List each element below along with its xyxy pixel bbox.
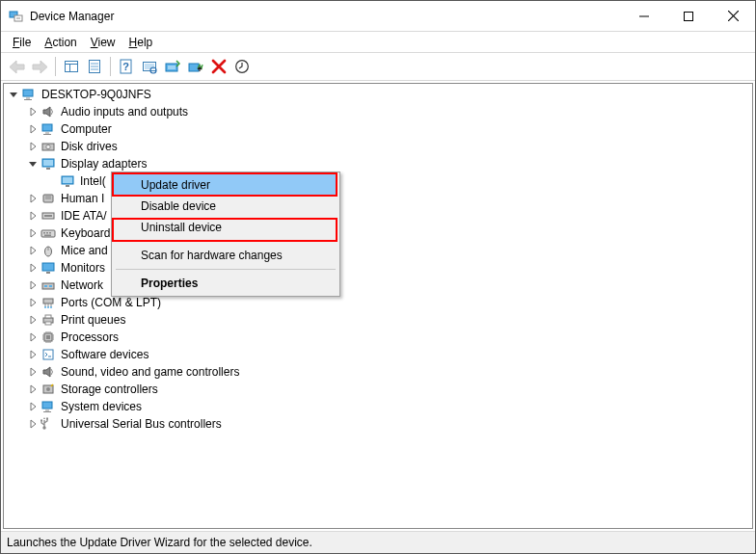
- svg-rect-44: [46, 232, 48, 234]
- tree-category-node[interactable]: Disk drives: [4, 138, 752, 155]
- svg-rect-51: [42, 283, 54, 289]
- minimize-button[interactable]: [622, 1, 666, 31]
- svg-rect-45: [49, 232, 51, 234]
- svg-rect-26: [42, 124, 52, 131]
- computer-icon: [40, 121, 56, 137]
- uninstall-device-button[interactable]: [207, 55, 230, 78]
- chevron-right-icon[interactable]: [25, 260, 40, 276]
- chevron-right-icon[interactable]: [25, 295, 40, 310]
- chevron-right-icon[interactable]: [25, 243, 40, 258]
- chevron-down-icon[interactable]: [25, 156, 40, 171]
- chevron-right-icon[interactable]: [25, 139, 40, 154]
- update-driver-button[interactable]: [161, 55, 184, 78]
- svg-rect-43: [43, 232, 45, 234]
- tree-category-node[interactable]: Audio inputs and outputs: [4, 103, 752, 120]
- chevron-right-icon[interactable]: [25, 399, 40, 414]
- menubar: File Action View Help: [1, 32, 755, 52]
- tree-category-node[interactable]: Print queues: [4, 311, 752, 329]
- chevron-right-icon[interactable]: [25, 208, 40, 224]
- tree-node-label: Disk drives: [59, 140, 120, 153]
- chevron-right-icon[interactable]: [25, 121, 40, 137]
- disk-icon: [40, 139, 56, 154]
- svg-rect-46: [44, 235, 51, 237]
- svg-rect-25: [24, 99, 32, 100]
- show-hide-tree-button[interactable]: [60, 55, 83, 78]
- statusbar-text: Launches the Update Driver Wizard for th…: [7, 536, 312, 549]
- menu-view[interactable]: View: [85, 35, 122, 50]
- app-icon: [9, 9, 24, 24]
- svg-rect-20: [168, 66, 176, 69]
- menu-action[interactable]: Action: [39, 35, 82, 50]
- svg-rect-33: [46, 168, 50, 170]
- svg-rect-50: [46, 272, 50, 274]
- tree-node-label: Human I: [59, 192, 106, 205]
- window-title: Device Manager: [30, 10, 622, 23]
- tree-category-node[interactable]: Storage controllers: [4, 381, 752, 398]
- chevron-right-icon[interactable]: [25, 330, 40, 345]
- tree-node-label: Display adapters: [59, 157, 148, 171]
- ctx-separator: [116, 241, 336, 242]
- chevron-right-icon[interactable]: [25, 364, 40, 380]
- chevron-right-icon[interactable]: [25, 382, 40, 397]
- tree-root-node[interactable]: DESKTOP-9Q0JNFS: [4, 86, 752, 103]
- storage-icon: [40, 382, 56, 397]
- tree-node-label: IDE ATA/: [59, 209, 109, 223]
- device-tree[interactable]: DESKTOP-9Q0JNFSAudio inputs and outputsC…: [3, 83, 753, 529]
- toolbar-separator: [110, 57, 111, 76]
- svg-rect-67: [45, 409, 49, 411]
- chevron-right-icon[interactable]: [25, 191, 40, 206]
- svg-rect-24: [26, 97, 30, 99]
- chevron-right-icon[interactable]: [25, 347, 40, 362]
- tree-category-node[interactable]: Processors: [4, 329, 752, 346]
- tree-category-node[interactable]: Computer: [4, 120, 752, 138]
- tree-node-label: Mice and: [59, 244, 110, 257]
- toolbar-separator: [55, 57, 56, 76]
- close-button[interactable]: [711, 1, 755, 31]
- software-icon: [40, 347, 56, 362]
- tree-node-label: Universal Serial Bus controllers: [59, 417, 224, 431]
- menu-file[interactable]: File: [7, 35, 37, 50]
- disable-device-button[interactable]: [184, 55, 207, 78]
- chevron-right-icon[interactable]: [25, 312, 40, 328]
- tree-node-label: Ports (COM & LPT): [59, 296, 163, 309]
- chevron-right-icon[interactable]: [25, 104, 40, 119]
- ctx-uninstall-device[interactable]: Uninstall device: [114, 217, 338, 238]
- maximize-button[interactable]: [666, 1, 711, 31]
- tree-category-node[interactable]: Universal Serial Bus controllers: [4, 415, 752, 433]
- chevron-right-icon[interactable]: [25, 225, 40, 241]
- tree-node-label: Monitors: [59, 261, 107, 275]
- tree-category-node[interactable]: System devices: [4, 398, 752, 415]
- tree-category-node[interactable]: Software devices: [4, 346, 752, 363]
- tree-node-label: Audio inputs and outputs: [59, 105, 190, 119]
- add-legacy-hardware-button[interactable]: [230, 55, 254, 78]
- tree-node-label: System devices: [59, 400, 144, 413]
- svg-rect-21: [189, 64, 199, 71]
- scan-hardware-button[interactable]: [138, 55, 161, 78]
- printer-icon: [40, 312, 56, 328]
- keyboard-icon: [40, 225, 56, 241]
- ctx-disable-device[interactable]: Disable device: [114, 196, 338, 217]
- statusbar: Launches the Update Driver Wizard for th…: [1, 531, 755, 553]
- help-button[interactable]: ?: [115, 55, 138, 78]
- chevron-right-icon[interactable]: [25, 277, 40, 293]
- menu-help[interactable]: Help: [123, 35, 159, 50]
- svg-rect-70: [46, 418, 48, 420]
- ctx-properties[interactable]: Properties: [114, 273, 338, 294]
- tree-node-label: Computer: [59, 122, 114, 136]
- tree-category-node[interactable]: Display adapters: [4, 155, 752, 172]
- properties-button[interactable]: [83, 55, 106, 78]
- audio-icon: [40, 104, 56, 119]
- tree-category-node[interactable]: Sound, video and game controllers: [4, 363, 752, 381]
- tree-node-label: Software devices: [59, 348, 150, 361]
- svg-rect-41: [44, 215, 52, 217]
- back-button[interactable]: [5, 55, 28, 78]
- tree-node-label: Storage controllers: [59, 383, 160, 396]
- ports-icon: [40, 295, 56, 310]
- ctx-update-driver[interactable]: Update driver: [114, 174, 338, 196]
- forward-button[interactable]: [28, 55, 51, 78]
- svg-rect-27: [45, 132, 49, 134]
- svg-rect-60: [45, 322, 51, 325]
- chevron-right-icon[interactable]: [25, 416, 40, 432]
- ctx-scan-hardware[interactable]: Scan for hardware changes: [114, 245, 338, 266]
- chevron-down-icon[interactable]: [6, 87, 21, 102]
